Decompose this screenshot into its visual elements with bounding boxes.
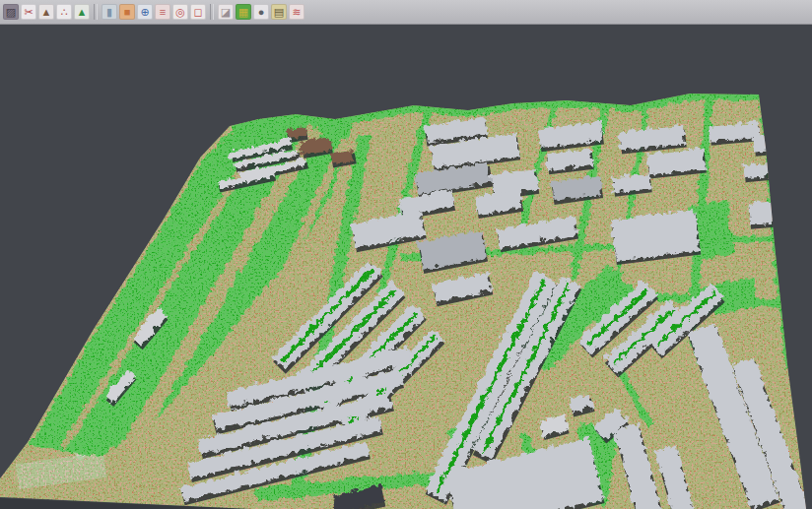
3d-viewport[interactable] <box>0 25 812 509</box>
terrain-mesh <box>0 25 812 509</box>
cut-icon[interactable]: ✂ <box>21 4 36 20</box>
toolbar-separator <box>210 4 214 20</box>
selection-icon[interactable]: ◻ <box>190 4 206 20</box>
vegetation-icon[interactable]: ▲ <box>74 4 90 20</box>
globe-icon[interactable]: ⊕ <box>137 4 153 20</box>
classification-icon[interactable]: ▦ <box>236 4 251 20</box>
toolbar-separator <box>94 4 98 20</box>
terrain-icon[interactable]: ▲ <box>38 4 54 20</box>
points-icon[interactable]: ∴ <box>56 4 72 20</box>
main-toolbar: ▨✂▲∴▲▮■⊕≡◎◻◪▦●▤≋ <box>0 0 812 25</box>
list-icon[interactable]: ≡ <box>155 4 170 20</box>
profile-icon[interactable]: ≋ <box>289 4 304 20</box>
target-icon[interactable]: ◎ <box>172 4 188 20</box>
measure-icon[interactable]: ▤ <box>271 4 287 20</box>
application-window: ▨✂▲∴▲▮■⊕≡◎◻◪▦●▤≋ <box>0 0 812 509</box>
area-icon[interactable]: ■ <box>119 4 135 20</box>
sphere-icon[interactable]: ● <box>253 4 269 20</box>
point-cloud-scene <box>0 25 812 509</box>
panel-icon[interactable]: ▮ <box>102 4 117 20</box>
open-icon[interactable]: ▨ <box>3 4 19 20</box>
filter-icon[interactable]: ◪ <box>218 4 234 20</box>
